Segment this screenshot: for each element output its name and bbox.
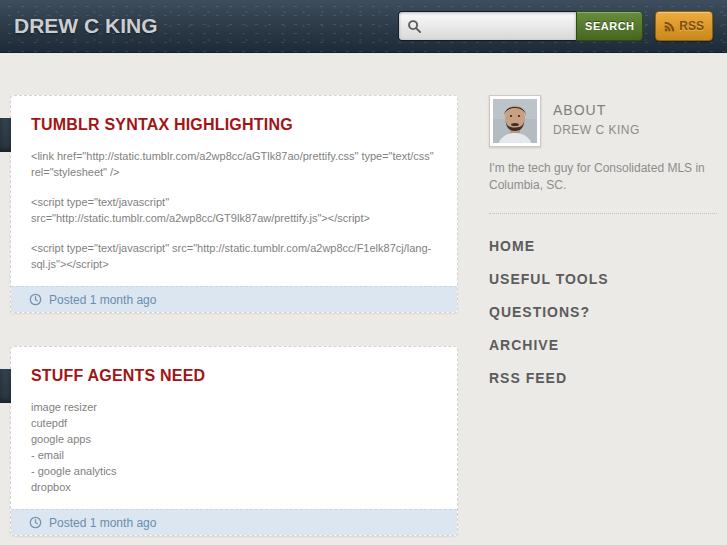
post-paragraph: <link href="http://static.tumblr.com/a2w… [31, 148, 451, 180]
search-button[interactable]: SEARCH [576, 11, 643, 41]
about-text: ABOUT DREW C KING [553, 95, 640, 147]
post-card: TUMBLR SYNTAX HIGHLIGHTING <link href="h… [10, 95, 458, 313]
post-footer-permalink[interactable]: Posted 1 month ago [11, 286, 457, 312]
post-body: <link href="http://static.tumblr.com/a2w… [11, 148, 457, 272]
content: TUMBLR SYNTAX HIGHLIGHTING <link href="h… [0, 53, 727, 545]
posted-label: Posted 1 month ago [49, 516, 156, 530]
page: DREW C KING SEARCH RSS [0, 0, 727, 545]
about-description: I'm the tech guy for Consolidated MLS in… [489, 160, 715, 194]
clock-icon [29, 293, 42, 306]
header-right: SEARCH RSS [398, 11, 713, 41]
post-footer-permalink[interactable]: Posted 1 month ago [11, 509, 457, 535]
post-title[interactable]: TUMBLR SYNTAX HIGHLIGHTING [31, 116, 437, 134]
search-input[interactable] [399, 12, 576, 40]
site-title[interactable]: DREW C KING [0, 14, 158, 38]
about-section: ABOUT DREW C KING [489, 95, 717, 147]
sidebar-item-questions[interactable]: QUESTIONS? [489, 296, 717, 329]
rss-button-label: RSS [679, 19, 704, 33]
post-paragraph: <script type="text/javascript" src="http… [31, 194, 451, 226]
search-input-wrap [398, 11, 576, 41]
sidebar: ABOUT DREW C KING I'm the tech guy for C… [489, 95, 717, 545]
clock-icon [29, 516, 42, 529]
sidebar-item-useful-tools[interactable]: USEFUL TOOLS [489, 263, 717, 296]
post-paragraph: <script type="text/javascript" src="http… [31, 240, 451, 272]
avatar [489, 95, 541, 147]
post-card: STUFF AGENTS NEED image resizer cutepdf … [10, 346, 458, 536]
post-title[interactable]: STUFF AGENTS NEED [31, 367, 437, 385]
rss-icon [664, 21, 675, 32]
about-heading: ABOUT [553, 102, 640, 118]
post-paragraph: image resizer cutepdf google apps - emai… [31, 399, 451, 495]
search-icon [407, 19, 422, 34]
about-name: DREW C KING [553, 123, 640, 137]
post-ribbon [0, 118, 11, 152]
search-group: SEARCH [398, 11, 643, 41]
sidebar-item-home[interactable]: HOME [489, 230, 717, 263]
posted-label: Posted 1 month ago [49, 293, 156, 307]
sidebar-item-rss-feed[interactable]: RSS FEED [489, 362, 717, 395]
post-body: image resizer cutepdf google apps - emai… [11, 399, 457, 495]
sidebar-nav: HOME USEFUL TOOLS QUESTIONS? ARCHIVE RSS… [489, 230, 717, 395]
post-ribbon [0, 369, 11, 403]
rss-button[interactable]: RSS [655, 11, 713, 41]
main-column: TUMBLR SYNTAX HIGHLIGHTING <link href="h… [10, 95, 458, 545]
site-header: DREW C KING SEARCH RSS [0, 0, 727, 53]
sidebar-divider [489, 213, 717, 214]
sidebar-item-archive[interactable]: ARCHIVE [489, 329, 717, 362]
